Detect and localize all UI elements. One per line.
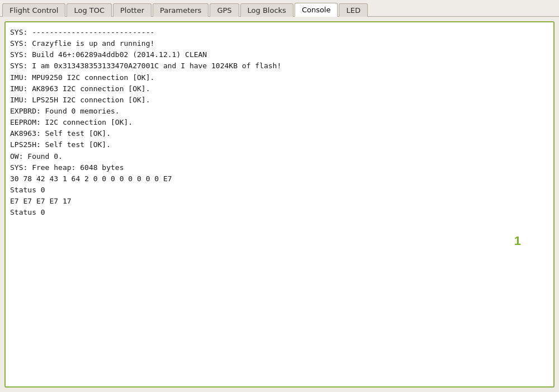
tab-gps[interactable]: GPS bbox=[210, 3, 239, 17]
tab-led[interactable]: LED bbox=[339, 3, 367, 17]
tab-console[interactable]: Console bbox=[295, 3, 338, 17]
tab-parameters[interactable]: Parameters bbox=[153, 3, 209, 17]
tab-flight-control[interactable]: Flight Control bbox=[2, 3, 65, 17]
tab-plotter[interactable]: Plotter bbox=[113, 3, 151, 17]
console-container: SYS: ---------------------------- SYS: C… bbox=[4, 21, 555, 388]
console-output: SYS: ---------------------------- SYS: C… bbox=[10, 27, 549, 218]
scroll-indicator: 1 bbox=[514, 234, 521, 248]
tab-bar: Flight Control Log TOC Plotter Parameter… bbox=[0, 0, 559, 17]
tab-log-toc[interactable]: Log TOC bbox=[67, 3, 112, 17]
app-window: Flight Control Log TOC Plotter Parameter… bbox=[0, 0, 559, 392]
content-area: SYS: ---------------------------- SYS: C… bbox=[0, 17, 559, 392]
tab-log-blocks[interactable]: Log Blocks bbox=[240, 3, 293, 17]
console-panel[interactable]: SYS: ---------------------------- SYS: C… bbox=[4, 21, 555, 388]
